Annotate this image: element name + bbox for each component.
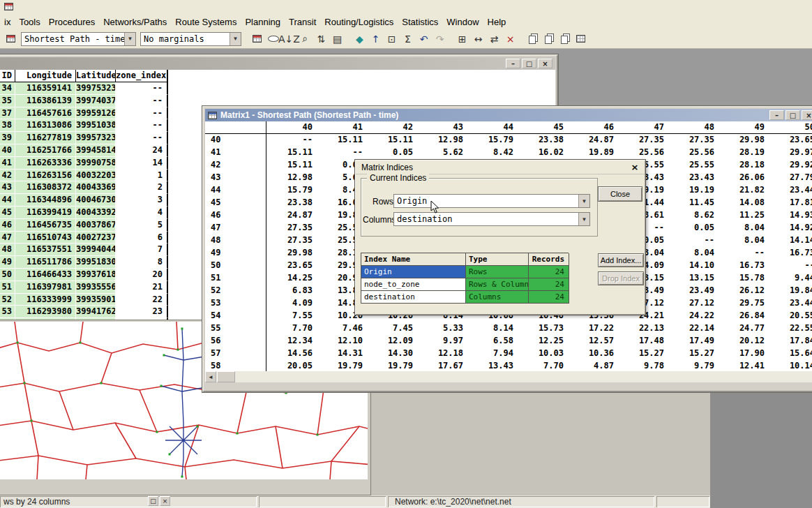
- matrix-cell[interactable]: 7.70: [266, 322, 317, 335]
- matrix-cell[interactable]: 23.43: [668, 172, 719, 184]
- resize-button[interactable]: ↔: [470, 32, 486, 46]
- matrix-cell[interactable]: 8.14: [467, 322, 518, 335]
- index-name-cell[interactable]: node_to_zone: [361, 278, 466, 291]
- undo-button[interactable]: ↶: [416, 32, 432, 46]
- matrix-column-header[interactable]: 44: [467, 121, 518, 133]
- matrix-cell[interactable]: 4.87: [568, 360, 618, 371]
- node-cell[interactable]: 116510743: [15, 232, 76, 244]
- matrix-cell[interactable]: 19.79: [317, 360, 367, 371]
- layers-button[interactable]: ▤: [329, 32, 345, 46]
- matrix-row-header[interactable]: 52: [205, 285, 266, 297]
- matrix-row-header[interactable]: 41: [205, 147, 266, 159]
- menu-item-routing-logistics[interactable]: Routing/Logistics: [320, 15, 398, 29]
- node-cell[interactable]: 40043392: [76, 207, 116, 219]
- matrix-cell[interactable]: 17.49: [668, 335, 719, 348]
- matrix-column-header[interactable]: 41: [317, 121, 367, 133]
- menu-item-tools[interactable]: Tools: [15, 15, 44, 29]
- node-cell[interactable]: 116263336: [15, 157, 76, 170]
- matrix-cell[interactable]: 0.05: [668, 222, 719, 234]
- matrix-cell[interactable]: 14.31: [317, 348, 367, 360]
- matrix-row-header[interactable]: 54: [205, 310, 266, 322]
- node-cell[interactable]: 14: [116, 157, 168, 170]
- node-cell[interactable]: 6: [116, 232, 168, 244]
- matrix-cell[interactable]: 19.19: [668, 184, 719, 197]
- matrix-row-header[interactable]: 40: [205, 134, 266, 147]
- matrix-cell[interactable]: 14.92: [769, 222, 812, 234]
- node-cell[interactable]: 35: [0, 95, 15, 107]
- matrix-cell[interactable]: 15.11: [266, 159, 317, 172]
- node-cell[interactable]: 40: [0, 144, 15, 157]
- node-cell[interactable]: 40037867: [76, 219, 116, 232]
- matrix-row-header[interactable]: 56: [205, 335, 266, 348]
- matrix-cell[interactable]: 9.44: [769, 272, 812, 285]
- duplicate-button[interactable]: [541, 32, 557, 46]
- chevron-down-icon[interactable]: ▼: [230, 33, 241, 45]
- matrix-cell[interactable]: 20.05: [266, 360, 317, 371]
- matrix-cell[interactable]: 12.09: [367, 335, 417, 348]
- node-cell[interactable]: 40046730: [76, 194, 116, 207]
- matrix-cell[interactable]: 29.98: [266, 247, 317, 260]
- redo-button[interactable]: ↷: [432, 32, 448, 46]
- node-cell[interactable]: 116397981: [15, 281, 76, 294]
- index-name-cell[interactable]: destination: [361, 291, 466, 304]
- node-cell[interactable]: 116511786: [15, 256, 76, 269]
- menu-item-planning[interactable]: Planning: [241, 15, 285, 29]
- matrix-cell[interactable]: 27.35: [266, 222, 317, 234]
- node-cell[interactable]: 24: [116, 144, 168, 157]
- scroll-left-icon[interactable]: ◄: [205, 371, 216, 382]
- node-cell[interactable]: 116399419: [15, 207, 76, 219]
- node-cell[interactable]: 47: [0, 232, 15, 244]
- matrix-cell[interactable]: 23.44: [769, 297, 812, 310]
- matrix-cell[interactable]: 10.36: [568, 348, 618, 360]
- paste-special-button[interactable]: [557, 32, 573, 46]
- matrix-cell[interactable]: 26.12: [719, 285, 769, 297]
- matrix-cell[interactable]: 29.97: [769, 147, 812, 159]
- grid-button[interactable]: [573, 32, 589, 46]
- copy-button[interactable]: [525, 32, 541, 46]
- restore-button[interactable]: □: [522, 59, 536, 68]
- matrix-cell[interactable]: 12.34: [266, 335, 317, 348]
- node-cell[interactable]: 50: [0, 269, 15, 281]
- node-cell[interactable]: 116277819: [15, 132, 76, 144]
- node-cell[interactable]: 116308372: [15, 181, 76, 194]
- node-cell[interactable]: 116386139: [15, 95, 76, 107]
- matrix-column-header[interactable]: 46: [568, 121, 618, 133]
- matrix-cell[interactable]: --: [317, 147, 367, 159]
- add-index-button[interactable]: Add Index...: [598, 253, 644, 267]
- matrix-row-header[interactable]: 51: [205, 272, 266, 285]
- matrix-cell[interactable]: 26.84: [719, 310, 769, 322]
- node-cell[interactable]: 43: [0, 181, 15, 194]
- matrix-cell[interactable]: 8.04: [668, 247, 719, 260]
- matrix-column-header[interactable]: 40: [266, 121, 317, 133]
- node-window-titlebar[interactable]: node –□×: [0, 57, 555, 70]
- matrix-cell[interactable]: 7.94: [467, 348, 518, 360]
- node-cell[interactable]: 39941762: [76, 306, 116, 318]
- matrix-cell[interactable]: 14.10: [668, 260, 719, 272]
- restore-button[interactable]: □: [785, 110, 800, 120]
- matrix-window-titlebar[interactable]: Matrix1 - Shortest Path (Shortest Path -…: [205, 109, 812, 121]
- matrix-cell[interactable]: 14.30: [367, 348, 417, 360]
- matrix-cell[interactable]: 23.49: [668, 285, 719, 297]
- node-cell[interactable]: 5: [116, 219, 168, 232]
- node-cell[interactable]: 34: [0, 82, 15, 95]
- matrix-cell[interactable]: 27.79: [769, 172, 812, 184]
- index-type-cell[interactable]: Rows & Column: [466, 278, 529, 291]
- matrix-cell[interactable]: 15.11: [317, 134, 367, 147]
- matrix-cell[interactable]: 8.04: [719, 234, 769, 247]
- matrix-cell[interactable]: 15.27: [668, 348, 719, 360]
- node-cell[interactable]: --: [116, 107, 168, 120]
- matrix-cell[interactable]: 23.65: [266, 260, 317, 272]
- matrix-horizontal-scrollbar[interactable]: ◄: [205, 371, 812, 382]
- matrix-cell[interactable]: 12.57: [568, 335, 618, 348]
- node-cell[interactable]: 116313086: [15, 119, 76, 132]
- node-cell[interactable]: 45: [0, 207, 15, 219]
- matrix-cell[interactable]: 12.98: [417, 134, 467, 147]
- close-button[interactable]: ×: [538, 59, 552, 68]
- node-column-header[interactable]: ID: [0, 70, 15, 82]
- index-type-cell[interactable]: Rows: [466, 266, 529, 278]
- close-icon[interactable]: ×: [160, 496, 170, 506]
- matrix-cell[interactable]: 13.15: [668, 272, 719, 285]
- index-table-row[interactable]: node_to_zoneRows & Column24: [361, 278, 569, 291]
- matrix-cell[interactable]: 12.41: [719, 360, 769, 371]
- node-cell[interactable]: 116457616: [15, 107, 76, 120]
